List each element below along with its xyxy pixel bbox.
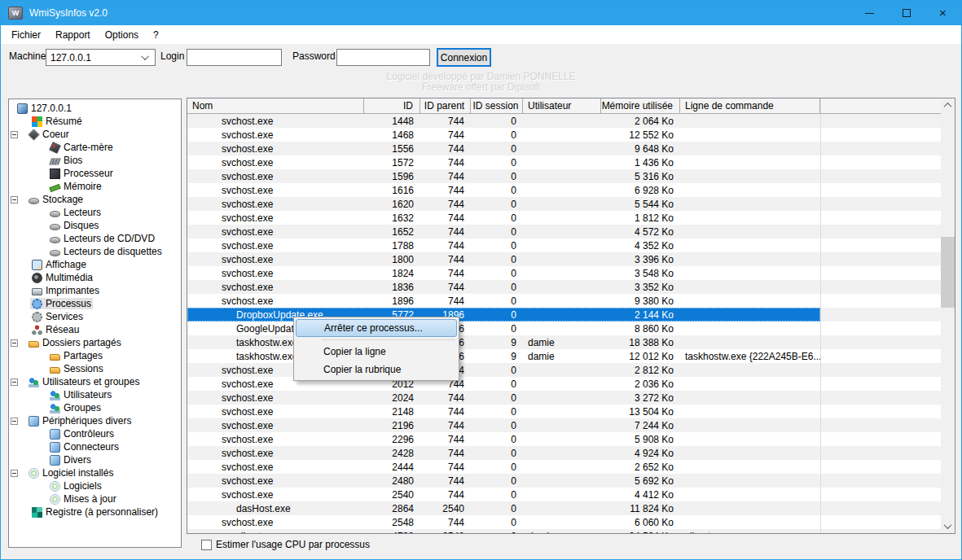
password-input[interactable] xyxy=(336,49,430,66)
table-row[interactable]: svchost.exe157274401 436 Ko xyxy=(187,155,941,169)
sidebar-item-lecteurs[interactable]: Lecteurs xyxy=(9,206,181,219)
sidebar-item-partages[interactable]: Partages xyxy=(9,349,181,362)
cell-memory: 1 436 Ko xyxy=(601,155,680,169)
sidebar-item-r-seau[interactable]: Réseau xyxy=(9,323,181,336)
sidebar-item-groupes[interactable]: Groupes xyxy=(9,401,181,414)
menu-item-fichier[interactable]: Fichier xyxy=(4,27,48,43)
cell-filler xyxy=(820,335,941,349)
menu-item-rapport[interactable]: Rapport xyxy=(48,27,98,43)
table-row[interactable]: svchost.exe182474403 548 Ko xyxy=(187,266,941,280)
sidebar-item-disques[interactable]: Disques xyxy=(9,219,181,232)
maximize-button[interactable] xyxy=(888,1,925,25)
collapse-toggle-icon[interactable] xyxy=(11,378,18,386)
multimedia-icon xyxy=(32,273,42,283)
table-row[interactable]: svchost.exe163274401 812 Ko xyxy=(187,211,941,225)
sidebar-item-bios[interactable]: Bios xyxy=(9,154,181,167)
sidebar-item-dossiers-partag-s[interactable]: Dossiers partagés xyxy=(9,336,181,349)
sidebar-item-lecteurs-de-disquettes[interactable]: Lecteurs de disquettes xyxy=(9,245,181,258)
sidebar-item-processeur[interactable]: Processeur xyxy=(9,167,181,180)
table-row[interactable]: svchost.exe178874404 352 Ko xyxy=(187,238,941,252)
cell-filler xyxy=(820,391,941,405)
collapse-toggle-icon[interactable] xyxy=(11,418,18,425)
column-header-ligne-de-commande[interactable]: Ligne de commande xyxy=(680,98,820,113)
sidebar-item-connecteurs[interactable]: Connecteurs xyxy=(9,440,181,453)
table-row[interactable]: svchost.exe1468744012 552 Ko xyxy=(187,128,941,142)
cell-parent: 744 xyxy=(420,280,471,294)
sidebar-item-carte-m-re[interactable]: Carte-mère xyxy=(9,141,181,154)
collapse-toggle-icon[interactable] xyxy=(11,470,18,477)
column-header-utilisateur[interactable]: Utilisateur xyxy=(523,98,601,113)
sidebar-item-utilisateurs[interactable]: Utilisateurs xyxy=(9,388,181,401)
sidebar-item-logiciels[interactable]: Logiciels xyxy=(9,479,181,492)
sidebar-item-registre-personnaliser-[interactable]: Registre (à personnaliser) xyxy=(9,505,181,518)
column-header-filler[interactable] xyxy=(820,98,941,113)
collapse-toggle-icon[interactable] xyxy=(11,196,18,203)
table-row[interactable]: svchost.exe155674409 648 Ko xyxy=(187,142,941,155)
sidebar-item-divers[interactable]: Divers xyxy=(9,453,181,466)
table-row[interactable]: svchost.exe144874402 064 Ko xyxy=(187,114,941,128)
machine-combobox[interactable]: 127.0.0.1 xyxy=(46,49,156,66)
scroll-up-button[interactable] xyxy=(941,98,955,112)
table-row[interactable]: sihost.exe473625480damie24 524 Kosihost.… xyxy=(187,529,941,533)
column-header-id-parent[interactable]: ID parent xyxy=(420,98,471,113)
scroll-down-button[interactable] xyxy=(941,519,955,533)
column-header-m-moire-utilis-e[interactable]: Mémoire utilisée xyxy=(601,98,680,113)
cpu-estimate-checkbox[interactable] xyxy=(201,540,212,550)
sidebar-item-lecteurs-de-cd-dvd[interactable]: Lecteurs de CD/DVD xyxy=(9,232,181,245)
sidebar-item-multim-dia[interactable]: Multimédia xyxy=(9,271,181,284)
close-button[interactable]: × xyxy=(925,1,961,25)
scroll-thumb[interactable] xyxy=(941,237,955,308)
sidebar-item-logiciel-install-s[interactable]: Logiciel installés xyxy=(9,466,181,479)
sidebar-item-sessions[interactable]: Sessions xyxy=(9,362,181,375)
sidebar-item-m-moire[interactable]: Mémoire xyxy=(9,180,181,193)
table-row[interactable]: svchost.exe254074404 412 Ko xyxy=(187,488,941,501)
table-row[interactable]: svchost.exe162074405 544 Ko xyxy=(187,197,941,211)
table-row[interactable]: svchost.exe244474402 652 Ko xyxy=(187,460,941,474)
table-row[interactable]: svchost.exe242874404 924 Ko xyxy=(187,446,941,460)
menu-item-options[interactable]: Options xyxy=(98,27,146,43)
context-menu-item-copier-la-rubrique[interactable]: Copier la rubrique xyxy=(296,361,457,378)
table-row[interactable]: svchost.exe189674409 380 Ko xyxy=(187,294,941,308)
table-row[interactable]: svchost.exe159674405 316 Ko xyxy=(187,169,941,183)
sidebar-item-contr-leurs[interactable]: Contrôleurs xyxy=(9,427,181,440)
sidebar-item-stockage[interactable]: Stockage xyxy=(9,193,181,206)
sidebar-item-coeur[interactable]: Coeur xyxy=(9,128,181,141)
cell-filler xyxy=(820,474,941,488)
table-row[interactable]: svchost.exe229674405 908 Ko xyxy=(187,432,941,446)
table-row[interactable]: svchost.exe248074405 692 Ko xyxy=(187,474,941,488)
table-row[interactable]: svchost.exe254874406 060 Ko xyxy=(187,515,941,529)
sidebar-item-affichage[interactable]: Affichage xyxy=(9,258,181,271)
login-input[interactable] xyxy=(187,49,282,66)
sidebar-item-127-0-0-1[interactable]: 127.0.0.1 xyxy=(9,102,181,115)
sidebar-item-p-riph-riques-divers[interactable]: Périphériques divers xyxy=(9,414,181,427)
cell-session: 0 xyxy=(471,294,523,308)
context-menu-item-copier-la-ligne[interactable]: Copier la ligne xyxy=(296,343,457,361)
cell-memory: 6 060 Ko xyxy=(601,515,680,529)
sidebar-item-utilisateurs-et-groupes[interactable]: Utilisateurs et groupes xyxy=(9,375,181,388)
connect-button[interactable]: Connexion xyxy=(437,48,491,67)
table-row[interactable]: svchost.exe219674407 244 Ko xyxy=(187,418,941,432)
cell-name: svchost.exe xyxy=(187,488,364,501)
sidebar-item-mises-jour[interactable]: Mises à jour xyxy=(9,492,181,505)
sidebar-item-r-sum-[interactable]: Résumé xyxy=(9,115,181,128)
menu-item-?[interactable]: ? xyxy=(146,27,166,43)
sidebar-item-processus[interactable]: Processus xyxy=(9,297,181,310)
vertical-scrollbar[interactable] xyxy=(941,98,955,533)
column-header-id[interactable]: ID xyxy=(364,98,420,113)
minimize-button[interactable] xyxy=(851,1,888,25)
table-row[interactable]: svchost.exe202474403 272 Ko xyxy=(187,391,941,405)
table-row[interactable]: svchost.exe2148744013 504 Ko xyxy=(187,405,941,418)
collapse-toggle-icon[interactable] xyxy=(11,339,18,347)
scroll-track[interactable] xyxy=(941,112,955,519)
table-row[interactable]: dasHost.exe28642540011 824 Ko xyxy=(187,501,941,515)
column-header-nom[interactable]: Nom xyxy=(187,98,364,113)
sidebar-item-services[interactable]: Services xyxy=(9,310,181,323)
table-row[interactable]: svchost.exe183674403 352 Ko xyxy=(187,280,941,294)
sidebar-item-imprimantes[interactable]: Imprimantes xyxy=(9,284,181,297)
column-header-id-session[interactable]: ID session xyxy=(471,98,523,113)
context-menu-item-arr-ter-ce-processus[interactable]: Arrêter ce processus... xyxy=(296,319,457,337)
table-row[interactable]: svchost.exe180074403 396 Ko xyxy=(187,252,941,266)
table-row[interactable]: svchost.exe165274404 572 Ko xyxy=(187,225,941,238)
collapse-toggle-icon[interactable] xyxy=(11,131,18,138)
table-row[interactable]: svchost.exe161674406 928 Ko xyxy=(187,183,941,197)
